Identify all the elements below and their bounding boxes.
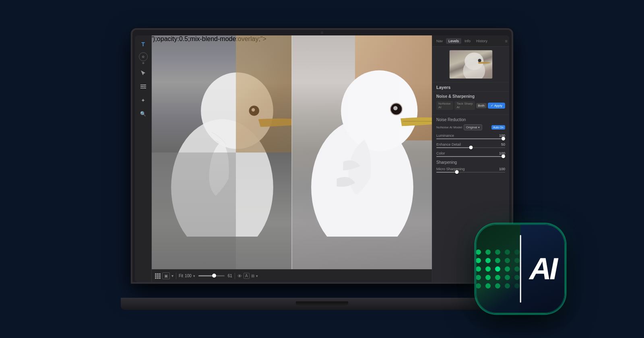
- noise-sharpening-title: Noise & Sharpening: [436, 94, 505, 99]
- image-left-noisy: ');opacity:0.5;mix-blend-mode:overlay;">: [152, 35, 292, 269]
- luminance-fill: [436, 138, 505, 139]
- thumbnail: [449, 50, 493, 79]
- laptop-hinge: [296, 301, 348, 306]
- zoom-dropdown[interactable]: ▾: [193, 274, 195, 278]
- enhance-detail-label: Enhance Detail: [436, 142, 461, 146]
- tool-more-button[interactable]: ⊕ ⊕: [139, 52, 148, 65]
- color-slider-row: Color 100: [436, 151, 505, 157]
- auto-on-badge[interactable]: Auto On: [491, 125, 505, 130]
- split-divider[interactable]: [291, 35, 292, 269]
- svg-point-8: [142, 88, 143, 89]
- zoom-value: 100: [185, 274, 192, 278]
- enhance-detail-value: 50: [501, 142, 505, 146]
- camera-dot: [321, 31, 323, 34]
- thumbnail-area: [432, 47, 509, 82]
- tab-levels[interactable]: Levels: [446, 38, 461, 44]
- app-icon: AI: [475, 224, 566, 314]
- tool-search[interactable]: 🔍: [138, 108, 149, 120]
- tab-tack-sharp[interactable]: Tack Sharp AI: [454, 101, 475, 110]
- layers-section: Layers: [432, 82, 509, 92]
- bottom-separator-2: [235, 273, 235, 279]
- tool-magic[interactable]: ✦: [138, 95, 149, 106]
- visibility-icon[interactable]: 👁: [237, 274, 242, 278]
- grid-view-icon[interactable]: [155, 273, 161, 279]
- zoom-slider-track[interactable]: [198, 275, 225, 276]
- apply-checkmark: ✓: [491, 104, 493, 107]
- app-screen: T ⊕ ⊕ ✦ 🔍: [135, 35, 509, 282]
- svg-point-6: [144, 86, 145, 87]
- model-label: NoNoise AI Model: [436, 126, 462, 129]
- image-area: ');opacity:0.5;mix-blend-mode:overlay;">: [152, 35, 432, 269]
- icon-left-half: [476, 225, 520, 313]
- tool-adjust[interactable]: [138, 81, 149, 92]
- micro-sharpening-label: Micro Sharpening: [436, 167, 465, 171]
- laptop-base: [121, 298, 523, 310]
- bottom-separator-1: [176, 273, 176, 279]
- more-label: ⊕: [142, 62, 144, 65]
- icon-right-half: AI: [520, 225, 565, 313]
- color-fill: [436, 156, 505, 157]
- panel-menu-icon[interactable]: ≡: [505, 39, 508, 43]
- tab-both[interactable]: Both: [476, 103, 487, 108]
- tool-selection[interactable]: [138, 67, 149, 78]
- luminance-track[interactable]: [436, 138, 505, 139]
- micro-sharpening-thumb[interactable]: [455, 170, 459, 174]
- view-dropdown[interactable]: ▾: [171, 274, 173, 278]
- enhance-detail-track[interactable]: [436, 147, 505, 148]
- enhance-detail-fill: [436, 147, 471, 148]
- noise-reduction-section: Noise Reduction NoNoise AI Model Origina…: [432, 115, 509, 179]
- svg-point-20: [478, 59, 481, 62]
- luminance-thumb[interactable]: [502, 137, 505, 140]
- main-area: ');opacity:0.5;mix-blend-mode:overlay;">: [152, 35, 432, 282]
- app-icon-container: AI: [475, 224, 566, 314]
- svg-point-4: [141, 84, 142, 86]
- apply-button[interactable]: ✓ Apply: [488, 103, 505, 109]
- noise-sharpening-section: Noise & Sharpening NoNoise AI Tack Sharp…: [432, 92, 509, 115]
- enhance-detail-thumb[interactable]: [469, 146, 473, 149]
- sharpening-title: Sharpening: [436, 160, 505, 165]
- laptop-screen-bezel: T ⊕ ⊕ ✦ 🔍: [131, 28, 513, 284]
- color-track[interactable]: [436, 156, 505, 157]
- frame-value: 61: [228, 274, 232, 278]
- luminance-slider-row: Luminance 100: [436, 134, 505, 139]
- tab-nav[interactable]: Nav: [434, 38, 445, 44]
- micro-sharpening-value: 100: [499, 167, 505, 171]
- laptop-container: T ⊕ ⊕ ✦ 🔍: [121, 28, 523, 310]
- micro-sharpening-fill: [436, 172, 457, 173]
- model-chevron: ▾: [478, 126, 480, 129]
- model-value: Original: [466, 126, 477, 129]
- color-thumb[interactable]: [502, 155, 505, 158]
- color-label: Color: [436, 151, 445, 155]
- bottom-bar: ▣ ▾ Fit 100 ▾: [152, 269, 432, 282]
- micro-sharpening-slider-row: Micro Sharpening 100: [436, 167, 505, 173]
- noise-reduction-title: Noise Reduction: [436, 117, 505, 122]
- layers-title: Layers: [436, 85, 505, 90]
- tab-info[interactable]: Info: [462, 38, 473, 44]
- stamp-icon[interactable]: A: [244, 273, 250, 279]
- tool-text[interactable]: T: [138, 39, 149, 50]
- enhance-detail-slider-row: Enhance Detail 50: [436, 142, 505, 148]
- image-right-clean: [292, 35, 432, 269]
- left-toolbar: T ⊕ ⊕ ✦ 🔍: [135, 35, 152, 282]
- zoom-slider-thumb[interactable]: [212, 274, 216, 278]
- icon-divider-line: [520, 235, 521, 302]
- tab-history[interactable]: History: [474, 38, 490, 44]
- micro-sharpening-track[interactable]: [436, 172, 505, 173]
- luminance-label: Luminance: [436, 134, 454, 138]
- ns-tab-row: NoNoise AI Tack Sharp AI Both ✓ Apply: [436, 101, 505, 110]
- tab-nonoise-ai[interactable]: NoNoise AI: [436, 101, 453, 110]
- icon-dots-grid: [475, 243, 527, 295]
- model-row: NoNoise AI Model Original ▾ Auto On: [436, 124, 505, 130]
- fit-label: Fit: [179, 274, 183, 278]
- model-select[interactable]: Original ▾: [464, 124, 482, 130]
- panel-tabs: Nav Levels Info History ≡: [432, 35, 509, 47]
- ai-text: AI: [529, 254, 556, 284]
- compare-icon[interactable]: ⊞: [251, 274, 254, 278]
- page-background: T ⊕ ⊕ ✦ 🔍: [0, 0, 644, 338]
- apply-label: Apply: [494, 104, 502, 107]
- single-view-icon[interactable]: ▣: [162, 272, 170, 279]
- view-mode-dropdown[interactable]: ▾: [256, 274, 258, 278]
